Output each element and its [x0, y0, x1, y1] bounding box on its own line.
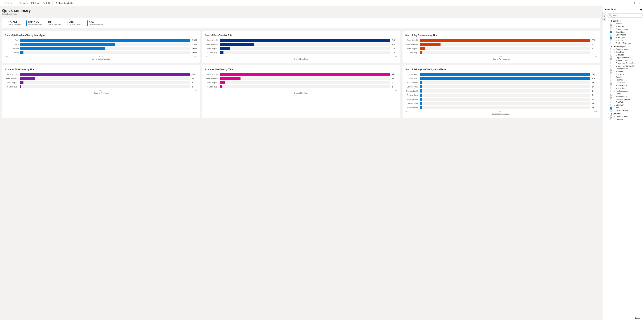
file-chevron-icon: ▾	[11, 2, 12, 4]
tree-item-startdate[interactable]: StartDate	[608, 101, 642, 104]
tree-item-baserate[interactable]: Σ BaseRate	[608, 51, 642, 53]
checkbox[interactable]	[610, 51, 612, 53]
checkbox[interactable]	[610, 98, 612, 100]
bar-fill	[20, 47, 105, 50]
tree-item-emergencycontactna...[interactable]: EmergencyContactNa...	[608, 62, 642, 65]
file-button[interactable]: 📄 File ▾	[2, 1, 13, 5]
checkbox[interactable]	[610, 48, 612, 50]
item-label: StoreManager	[616, 28, 628, 30]
checkbox[interactable]	[610, 39, 612, 41]
tree-item-storemanager[interactable]: StoreManager	[608, 28, 642, 31]
tree-item-storename[interactable]: ✓ StoreName	[608, 31, 642, 33]
bar-row: Catalog 0.00M	[5, 51, 197, 54]
tree-item-storetype[interactable]: ✓ StoreType	[608, 36, 642, 39]
checkbox[interactable]: ✓	[610, 31, 612, 33]
bar-fill	[20, 51, 24, 54]
zoom-in-button[interactable]: +	[640, 316, 642, 319]
checkbox[interactable]	[610, 104, 612, 106]
bar-fill	[220, 43, 254, 46]
checkbox[interactable]	[610, 71, 612, 73]
collapse-panel-button[interactable]: ◀	[640, 8, 642, 11]
tree-item-vacationhours[interactable]: Σ VacationHours	[608, 109, 642, 112]
tree-item-middlename[interactable]: MiddleName	[608, 87, 642, 90]
group-header-DimDate[interactable]: ▼ ▦ DimDate	[608, 112, 642, 115]
checkbox[interactable]	[610, 109, 612, 112]
bar-value: 10	[592, 48, 597, 50]
window-controls[interactable]: ⧉	[632, 1, 637, 5]
checkbox[interactable]	[610, 73, 612, 75]
show-data-table-button[interactable]: ⊞ Show data table ▾	[54, 1, 76, 5]
bar-container	[420, 85, 590, 88]
filters-label[interactable]: Filters	[602, 12, 606, 21]
close-icon[interactable]: ✕	[638, 1, 642, 5]
checkbox[interactable]	[610, 118, 612, 120]
checkbox[interactable]	[610, 54, 612, 56]
bar-value: 46	[592, 44, 597, 45]
checkbox[interactable]	[610, 82, 612, 84]
checkbox[interactable]	[610, 57, 612, 59]
axis-tick: 200	[194, 90, 197, 92]
bar-fill	[420, 85, 422, 88]
tree-item-maritalstatus[interactable]: MaritalStatus	[608, 84, 642, 87]
expand-icon: ▼	[608, 20, 610, 22]
checkbox[interactable]	[610, 96, 612, 98]
axis-tick: 5K	[395, 56, 397, 57]
tree-item-payfrequency[interactable]: Σ PayFrequency	[608, 90, 642, 92]
axis-ticks: 0200400	[405, 56, 597, 57]
checkbox[interactable]	[610, 84, 612, 86]
tree-item-hiredate[interactable]: HireDate	[608, 78, 642, 81]
tree-item-birthdate[interactable]: BirthDate	[608, 53, 642, 56]
tree-item-zipcodeextension[interactable]: ZipCodeExtension	[608, 42, 642, 45]
checkbox[interactable]: ✓	[610, 37, 612, 39]
tree-item-count-of-rows[interactable]: ⊞ Count of rows	[608, 115, 642, 118]
checkbox[interactable]	[610, 87, 612, 89]
save-button[interactable]: 💾 Save	[30, 1, 41, 5]
tree-item-storekey[interactable]: Σ StoreKey	[608, 25, 642, 28]
tree-item-lastname[interactable]: LastName	[608, 81, 642, 84]
tree-item-zipcode[interactable]: Σ ZipCode	[608, 39, 642, 42]
tree-item-storekey[interactable]: Σ StoreKey	[608, 104, 642, 106]
tree-item-emailaddress[interactable]: EmailAddress	[608, 59, 642, 62]
tree-item-title[interactable]: ✓ Title	[608, 106, 642, 109]
checkbox[interactable]	[610, 68, 612, 70]
tree-item-count-of-rows[interactable]: ⊞ Count of rows	[608, 48, 642, 51]
checkbox[interactable]	[610, 90, 612, 92]
bar-label: Catalog	[5, 52, 19, 54]
search-input[interactable]	[612, 14, 641, 17]
tree-item-emergencycontactph...[interactable]: EmergencyContactPh...	[608, 65, 642, 67]
tree-item-enddate[interactable]: EndDate	[608, 70, 642, 73]
edit-button[interactable]: ✏️ Edit	[41, 1, 51, 5]
group-header-DimStore[interactable]: ▼ ▦ DimStore	[608, 19, 642, 22]
tree-item-salariedflag[interactable]: Σ SalariedFlag	[608, 95, 642, 98]
tree-item-departmentname[interactable]: DepartmentName	[608, 56, 642, 59]
tree-item-storephone[interactable]: StorePhone	[608, 33, 642, 36]
checkbox[interactable]	[610, 79, 612, 81]
zoom-out-button[interactable]: −	[633, 316, 634, 319]
checkbox[interactable]	[610, 116, 612, 118]
checkbox[interactable]: ✓	[610, 107, 612, 109]
checkbox[interactable]	[610, 59, 612, 61]
checkbox[interactable]	[610, 65, 612, 67]
checkbox[interactable]	[610, 34, 612, 36]
checkbox[interactable]	[610, 62, 612, 64]
tree-item-datekey[interactable]: DateKey	[608, 118, 642, 121]
tree-item-employeekey[interactable]: Σ EmployeeKey	[608, 67, 642, 70]
tree-item-storeid[interactable]: Σ StoreId	[608, 22, 642, 25]
group-header-DimEmployee[interactable]: ▼ ▦ DimEmployee	[608, 45, 642, 48]
checkbox[interactable]	[610, 101, 612, 103]
checkbox[interactable]	[610, 42, 612, 44]
checkbox[interactable]	[610, 93, 612, 95]
tree-item-firstname[interactable]: FirstName	[608, 73, 642, 76]
checkbox[interactable]	[610, 23, 612, 25]
tree-item-salespersonflag[interactable]: Σ SalesPersonFlag	[608, 98, 642, 101]
bar-row: Sales Store M... 143	[205, 73, 397, 76]
export-button[interactable]: ↗ Export ▾	[16, 1, 29, 5]
tree-item-phone[interactable]: Phone	[608, 92, 642, 95]
checkbox[interactable]	[610, 28, 612, 30]
chart-card-chart4: Count of FirstName by Title Sales Store …	[2, 65, 200, 118]
search-box[interactable]: 🔍	[608, 14, 642, 18]
bar-value: 1K	[592, 82, 597, 84]
checkbox[interactable]	[610, 25, 612, 28]
checkbox[interactable]	[610, 76, 612, 78]
tree-item-gender[interactable]: Gender	[608, 76, 642, 78]
